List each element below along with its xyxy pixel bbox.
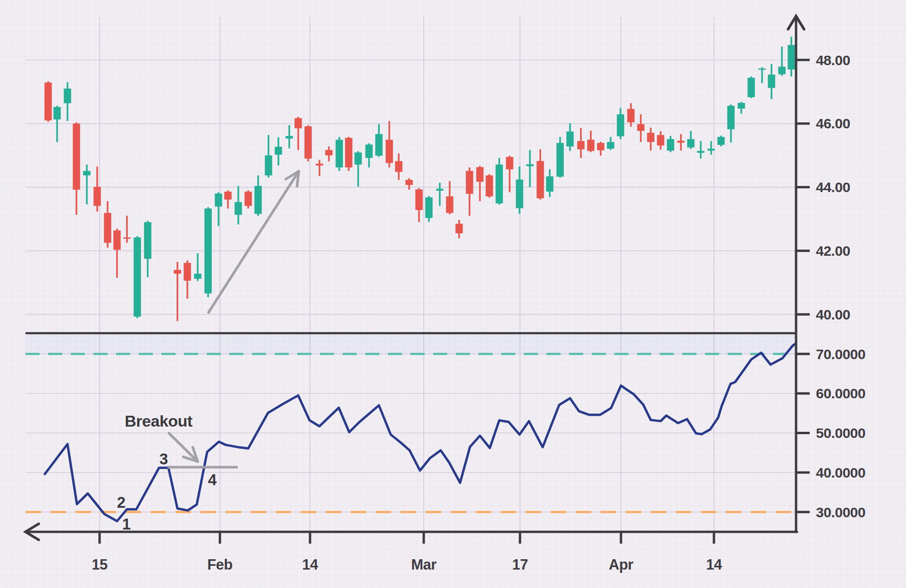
price-tick-label: 48.00 — [816, 52, 850, 68]
price-tick-label: 46.00 — [816, 116, 850, 131]
candle — [134, 236, 141, 318]
time-tick-label: 17 — [512, 556, 528, 573]
price-tick-label: 44.00 — [816, 179, 850, 195]
marker-label-2: 2 — [117, 494, 126, 511]
price-rsi-chart: Breakout342148.0046.0044.0042.0040.0070.… — [0, 0, 906, 588]
candle — [244, 190, 252, 208]
candle — [44, 81, 52, 122]
candle — [495, 158, 503, 205]
rsi-tick-label: 60.0000 — [816, 386, 865, 401]
rsi-tick-label: 50.0000 — [816, 425, 865, 441]
candle — [204, 207, 212, 297]
rsi-tick-label: 30.0000 — [816, 504, 865, 520]
candle — [747, 76, 755, 98]
time-tick-label: Mar — [411, 556, 436, 573]
time-tick-label: Apr — [609, 556, 633, 573]
candle — [556, 137, 564, 177]
marker-label-3: 3 — [159, 450, 168, 468]
time-tick-label: 14 — [302, 556, 319, 573]
rsi-tick-label: 70.0000 — [816, 346, 865, 362]
price-tick-label: 40.00 — [816, 307, 850, 322]
breakout-label: Breakout — [125, 412, 193, 430]
marker-label-1: 1 — [122, 515, 131, 533]
time-tick-label: 14 — [706, 556, 722, 573]
rsi-tick-label: 40.0000 — [816, 465, 865, 480]
candle — [717, 135, 725, 146]
price-tick-label: 42.00 — [816, 243, 850, 259]
candle — [425, 196, 433, 222]
candle — [304, 125, 312, 161]
overbought-zone — [25, 333, 796, 354]
marker-label-4: 4 — [208, 471, 217, 488]
chart-canvas: Breakout342148.0046.0044.0042.0040.0070.… — [0, 0, 906, 588]
time-tick-label: 15 — [92, 556, 108, 573]
time-tick-label: Feb — [207, 556, 233, 573]
candle — [486, 174, 493, 198]
candle — [345, 137, 352, 171]
candle — [336, 137, 343, 171]
